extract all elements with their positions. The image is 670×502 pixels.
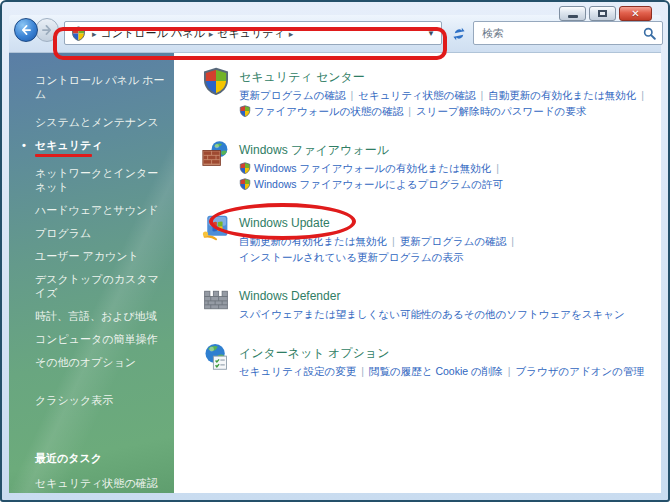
defender-icon [202, 286, 230, 314]
section-links-row: 更新プログラムの確認|セキュリティ状態の確認|自動更新の有効化または無効化| [239, 87, 649, 103]
sidebar-item-10[interactable]: その他のオプション [35, 355, 168, 369]
section-body: Windows ファイアウォール Windows ファイアウォールの有効化または… [239, 140, 504, 192]
uac-shield-icon [239, 162, 251, 174]
sidebar-item-4[interactable]: ハードウェアとサウンド [35, 203, 168, 217]
sidebar-item-label: ハードウェアとサウンド [35, 204, 159, 216]
maximize-button[interactable] [589, 6, 616, 21]
breadcrumb-arrow-icon: ▸ [289, 29, 294, 39]
task-link[interactable]: セキュリティ設定の変更 [239, 365, 356, 377]
link-separator: | [392, 235, 395, 247]
section-title[interactable]: Windows Defender [239, 289, 340, 303]
recent-task-item[interactable]: セキュリティ状態の確認 [35, 476, 168, 490]
sidebar-item-label: ユーザー アカウント [35, 250, 139, 262]
back-button[interactable] [14, 18, 38, 42]
sidebar-item-9[interactable]: コンピュータの簡単操作 [35, 332, 168, 346]
section-title-wrap: セキュリティ センター [239, 70, 365, 87]
sidebar-item-classic-view[interactable]: クラシック表示 [35, 393, 168, 407]
section-security-center: セキュリティ センター更新プログラムの確認|セキュリティ状態の確認|自動更新の有… [202, 67, 655, 119]
task-link[interactable]: ブラウザのアドオンの管理 [515, 365, 643, 377]
section-defender: Windows Defenderスパイウェアまたは望ましくない可能性のあるその他… [202, 286, 655, 322]
section-title-wrap: Windows ファイアウォール [239, 143, 389, 160]
task-link[interactable]: 自動更新の有効化または無効化 [488, 89, 636, 101]
task-link[interactable]: Windows ファイアウォールの有効化または無効化 [254, 162, 491, 174]
task-link[interactable]: スリープ解除時のパスワードの要求 [416, 105, 586, 117]
security-shield-icon [71, 26, 86, 41]
internet-options-icon [202, 343, 230, 371]
link-separator: | [350, 89, 353, 101]
section-body: インターネット オプションセキュリティ設定の変更|閲覧の履歴と Cookie の… [239, 343, 644, 379]
section-title[interactable]: Windows Update [239, 216, 330, 230]
sidebar-item-selected[interactable]: •セキュリティ [35, 138, 168, 157]
content-area: コントロール パネル ホームシステムとメンテナンス•セキュリティネットワークとイ… [9, 52, 661, 493]
section-links-row: Windows ファイアウォールによるプログラムの許可 [239, 176, 504, 192]
task-link[interactable]: ファイアウォールの状態の確認 [254, 105, 403, 117]
sidebar-item-1[interactable]: システムとメンテナンス [35, 115, 168, 129]
link-separator: | [496, 162, 499, 174]
search-box [473, 21, 663, 45]
sidebar-item-5[interactable]: プログラム [35, 226, 168, 240]
forward-arrow-icon [40, 23, 54, 37]
section-title[interactable]: セキュリティ センター [239, 70, 365, 84]
refresh-icon [452, 26, 466, 42]
firewall-icon [202, 140, 230, 168]
address-bar[interactable]: ▸コントロール パネル▸セキュリティ▸ ▼ [64, 21, 442, 45]
link-separator: | [511, 235, 514, 247]
sidebar-item-label: コンピュータの簡単操作 [35, 333, 158, 345]
task-link[interactable]: 更新プログラムの確認 [239, 89, 345, 101]
link-separator: | [508, 365, 511, 377]
chevron-down-icon[interactable]: ▼ [425, 29, 437, 38]
section-internet-options: インターネット オプションセキュリティ設定の変更|閲覧の履歴と Cookie の… [202, 343, 655, 379]
firewall-icon [202, 140, 230, 168]
minimize-button[interactable] [559, 6, 586, 21]
section-title-wrap: インターネット オプション [239, 346, 389, 363]
window-controls: ✕ [559, 6, 652, 21]
task-link[interactable]: セキュリティ状態の確認 [358, 89, 475, 101]
section-links-row: Windows ファイアウォールの有効化または無効化| [239, 160, 504, 176]
section-links-row: 自動更新の有効化または無効化|更新プログラムの確認| [239, 233, 519, 249]
sidebar-item-label: 時計、言語、および地域 [35, 310, 157, 322]
sidebar-item-label: システムとメンテナンス [35, 116, 159, 128]
task-link[interactable]: Windows ファイアウォールによるプログラムの許可 [254, 178, 503, 190]
uac-shield-icon [239, 162, 251, 174]
close-button[interactable]: ✕ [619, 6, 652, 21]
sidebar-item-label: その他のオプション [35, 356, 136, 368]
breadcrumb-segment[interactable]: コントロール パネル [101, 27, 205, 39]
recent-tasks-header: 最近のタスク [35, 451, 168, 466]
forward-button[interactable] [35, 18, 59, 42]
sidebar-item-8[interactable]: 時計、言語、および地域 [35, 309, 168, 323]
sidebar: コントロール パネル ホームシステムとメンテナンス•セキュリティネットワークとイ… [9, 53, 174, 493]
task-link[interactable]: 自動更新の有効化または無効化 [239, 235, 387, 247]
task-link[interactable]: インストールされている更新プログラムの表示 [239, 251, 463, 263]
section-title[interactable]: Windows ファイアウォール [239, 143, 389, 157]
sidebar-item-3[interactable]: ネットワークとインターネット [35, 166, 168, 194]
security-center-icon [202, 67, 230, 95]
sidebar-item-0[interactable]: コントロール パネル ホーム [35, 73, 168, 101]
task-link[interactable]: 閲覧の履歴と Cookie の削除 [369, 365, 503, 377]
uac-shield-icon [239, 105, 251, 117]
task-link[interactable]: スパイウェアまたは望ましくない可能性のあるその他のソフトウェアをスキャン [239, 308, 625, 320]
history-buttons [14, 18, 64, 44]
security-center-icon [202, 67, 230, 95]
defender-icon [202, 286, 230, 314]
task-link[interactable]: 更新プログラムの確認 [400, 235, 506, 247]
refresh-button[interactable] [449, 23, 468, 44]
section-windows-update: Windows Update自動更新の有効化または無効化|更新プログラムの確認|… [202, 213, 655, 265]
internet-options-icon [202, 343, 230, 371]
breadcrumb-segment[interactable]: セキュリティ [217, 27, 285, 39]
link-separator: | [361, 365, 364, 377]
section-title[interactable]: インターネット オプション [239, 346, 389, 360]
section-firewall: Windows ファイアウォール Windows ファイアウォールの有効化または… [202, 140, 655, 192]
selected-bullet: • [22, 138, 26, 152]
sidebar-item-7[interactable]: デスクトップのカスタマイズ [35, 272, 168, 300]
sidebar-item-6[interactable]: ユーザー アカウント [35, 249, 168, 263]
window-frame: ✕ ▸コントロール パネル▸セキュリティ▸ ▼ [0, 0, 670, 502]
breadcrumb-shield-icon [71, 26, 86, 41]
search-input[interactable] [480, 26, 643, 40]
sidebar-item-label: デスクトップのカスタマイズ [35, 273, 159, 299]
section-links-row: インストールされている更新プログラムの表示 [239, 249, 519, 265]
close-icon: ✕ [631, 7, 639, 20]
maximize-icon [598, 10, 607, 17]
sidebar-item-label: セキュリティ [35, 139, 103, 151]
sidebar-nav: コントロール パネル ホームシステムとメンテナンス•セキュリティネットワークとイ… [35, 73, 168, 369]
section-body: Windows Defenderスパイウェアまたは望ましくない可能性のあるその他… [239, 286, 625, 322]
